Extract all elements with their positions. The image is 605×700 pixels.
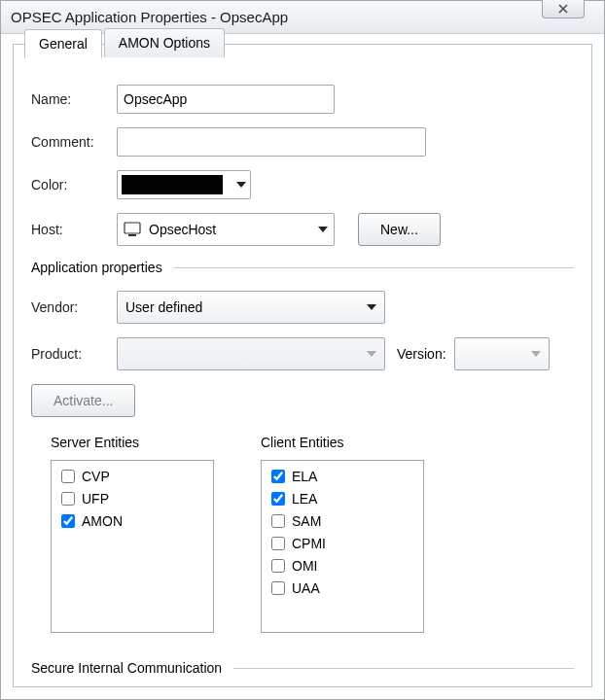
name-input[interactable] (117, 85, 335, 114)
divider (174, 267, 574, 268)
vendor-label: Vendor: (31, 299, 117, 315)
comment-input[interactable] (117, 127, 426, 157)
activate-button[interactable]: Activate... (31, 384, 135, 417)
checkbox-omi[interactable] (271, 559, 285, 573)
label-cvp[interactable]: CVP (82, 469, 110, 484)
label-ela[interactable]: ELA (292, 469, 317, 484)
chevron-down-icon (318, 227, 328, 232)
divider (233, 668, 574, 669)
comment-label: Comment: (31, 134, 117, 150)
product-label: Product: (31, 346, 117, 362)
chevron-down-icon (531, 351, 541, 357)
checkbox-ela[interactable] (271, 470, 285, 483)
sic-header: Secure Internal Communication (31, 660, 222, 676)
vendor-value: User defined (125, 299, 202, 315)
checkbox-uaa[interactable] (271, 581, 285, 595)
dialog-window: OPSEC Application Properties - OpsecApp … (0, 0, 605, 700)
label-lea[interactable]: LEA (292, 491, 317, 507)
client-entities-list: ELA LEA SAM CPMI OMI UAA (261, 460, 424, 633)
host-value: OpsecHost (149, 222, 216, 237)
close-button[interactable] (542, 0, 585, 18)
close-icon (557, 3, 569, 15)
label-amon[interactable]: AMON (82, 513, 123, 529)
label-omi[interactable]: OMI (292, 558, 317, 574)
checkbox-lea[interactable] (271, 492, 285, 506)
client-entities-title: Client Entities (261, 435, 424, 450)
tab-content: Name: Comment: Color: Host: (13, 44, 592, 687)
host-dropdown[interactable]: OpsecHost (117, 213, 335, 246)
checkbox-cpmi[interactable] (271, 537, 285, 550)
general-form: Name: Comment: Color: Host: (31, 57, 574, 676)
entities-section: Server Entities CVP UFP AMON Client Enti… (51, 435, 574, 633)
label-uaa[interactable]: UAA (292, 580, 320, 596)
host-label: Host: (31, 222, 117, 237)
vendor-dropdown[interactable]: User defined (117, 291, 385, 324)
application-properties-header: Application properties (31, 260, 162, 275)
checkbox-amon[interactable] (61, 514, 75, 528)
version-dropdown[interactable] (454, 337, 550, 370)
window-title: OPSEC Application Properties - OpsecApp (11, 9, 288, 25)
checkbox-sam[interactable] (271, 514, 285, 528)
server-entities-title: Server Entities (51, 435, 214, 450)
checkbox-cvp[interactable] (61, 470, 75, 483)
color-dropdown[interactable] (117, 170, 251, 199)
checkbox-ufp[interactable] (61, 492, 75, 506)
chevron-down-icon (367, 351, 376, 357)
chevron-down-icon (236, 182, 246, 188)
label-cpmi[interactable]: CPMI (292, 536, 326, 551)
color-swatch (122, 175, 223, 194)
chevron-down-icon (367, 304, 376, 310)
tab-strip: General AMON Options (24, 28, 227, 57)
svg-rect-0 (125, 223, 140, 233)
server-entities-list: CVP UFP AMON (51, 460, 214, 633)
tab-amon-options[interactable]: AMON Options (104, 28, 225, 57)
host-icon (124, 222, 141, 237)
product-dropdown[interactable] (117, 337, 385, 370)
color-label: Color: (31, 177, 117, 192)
tab-general[interactable]: General (24, 29, 102, 58)
label-sam[interactable]: SAM (292, 513, 321, 529)
name-label: Name: (31, 91, 117, 107)
version-label: Version: (397, 346, 446, 362)
svg-rect-1 (128, 234, 136, 236)
label-ufp[interactable]: UFP (82, 491, 109, 507)
new-host-button[interactable]: New... (358, 213, 441, 246)
